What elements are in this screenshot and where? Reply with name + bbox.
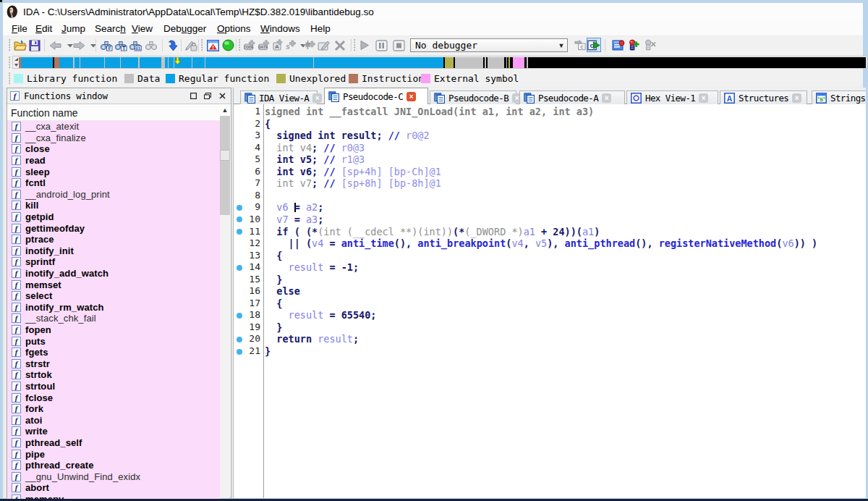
- function-list-item[interactable]: fgetpid: [7, 211, 221, 223]
- run-status-icon[interactable]: [221, 38, 234, 52]
- tab-close-icon[interactable]: ×: [407, 92, 416, 101]
- code-line-14[interactable]: 14 result = -1;: [233, 261, 866, 274]
- code-line-7[interactable]: 7 int v7; // [sp+8h] [bp-8h]@1: [233, 177, 866, 190]
- maximize-icon[interactable]: [187, 90, 199, 102]
- nav-forward-icon[interactable]: [72, 38, 85, 52]
- tab-strings[interactable]: ‘s’Strings: [812, 90, 866, 104]
- tab-close-icon[interactable]: ×: [312, 93, 322, 103]
- make-struct-icon[interactable]: s: [284, 38, 297, 52]
- search-binoculars-binary-icon[interactable]: 01: [129, 38, 142, 52]
- delete-item-icon[interactable]: [333, 38, 346, 52]
- code-line-11[interactable]: 11 if ( (*(int (__cdecl **)(int))(*(_DWO…: [233, 226, 866, 238]
- code-line-17[interactable]: 17 {: [233, 298, 866, 310]
- scrollbar-thumb[interactable]: [220, 150, 230, 161]
- dropdown-arrow-icon[interactable]: [87, 38, 100, 52]
- close-icon[interactable]: [216, 90, 228, 102]
- open-file-icon[interactable]: [14, 38, 27, 52]
- function-list-item[interactable]: fclose: [7, 143, 221, 155]
- save-icon[interactable]: [28, 38, 41, 52]
- menu-search[interactable]: Search: [95, 23, 126, 34]
- code-line-18[interactable]: 18 result = 65540;: [233, 309, 866, 321]
- function-list-item[interactable]: ffclose: [7, 392, 221, 403]
- code-line-8[interactable]: 8: [233, 190, 866, 202]
- tab-pseudocode-a[interactable]: Pseudocode-A×: [519, 90, 625, 104]
- tab-pseudocode-c[interactable]: Pseudocode-C×: [324, 88, 428, 104]
- code-line-3[interactable]: 3 signed int result; // r0@2: [233, 130, 866, 142]
- function-list-item[interactable]: fmemset: [7, 279, 221, 290]
- function-list-item[interactable]: fgettimeofday: [7, 222, 221, 234]
- debugger-windows-icon[interactable]: [612, 38, 625, 52]
- delete-breakpoint-icon[interactable]: [644, 38, 657, 52]
- code-line-15[interactable]: 15 }: [233, 274, 866, 286]
- debugger-select[interactable]: No debugger ▼: [410, 38, 568, 52]
- function-list-item[interactable]: f__stack_chk_fail: [7, 313, 221, 324]
- debugger-pause-icon[interactable]: [375, 38, 388, 52]
- function-list-item[interactable]: f__cxa_atexit: [7, 121, 221, 132]
- function-list-item[interactable]: fputs: [7, 335, 221, 347]
- search-binoculars-hash-icon[interactable]: #: [100, 38, 113, 52]
- code-line-2[interactable]: 2{: [233, 118, 866, 130]
- function-list-item[interactable]: fptrace: [7, 234, 221, 245]
- code-line-21[interactable]: 21}: [233, 345, 866, 358]
- function-list-item[interactable]: finotify_init: [7, 245, 221, 257]
- function-list-item[interactable]: finotify_add_watch: [7, 268, 221, 279]
- function-list-scrollbar[interactable]: ▲: [220, 105, 230, 498]
- function-list-item[interactable]: fwrite: [7, 426, 221, 437]
- navband-zoom-in-icon[interactable]: [14, 58, 18, 61]
- combo-dropdown-icon[interactable]: ▼: [556, 42, 567, 49]
- function-list-item[interactable]: fstrstr: [7, 358, 221, 370]
- menu-options[interactable]: Options: [217, 23, 251, 34]
- functions-window-titlebar[interactable]: f Functions window: [7, 88, 231, 104]
- menu-debugger[interactable]: Debugger: [163, 23, 206, 34]
- function-list-item[interactable]: fselect: [7, 290, 221, 302]
- menu-file[interactable]: File: [12, 23, 27, 34]
- signature-lock-icon[interactable]: [184, 38, 197, 52]
- code-line-9[interactable]: 9 v6 = a2;: [233, 201, 866, 214]
- function-list-item[interactable]: fpthread_self: [7, 437, 221, 449]
- function-list-item[interactable]: ffork: [7, 403, 221, 415]
- function-list-item[interactable]: fread: [7, 155, 221, 167]
- tab-pseudocode-b[interactable]: Pseudocode-B×: [430, 90, 516, 104]
- pseudocode-view[interactable]: 1signed int __fastcall JNI_OnLoad(int a1…: [233, 104, 866, 498]
- toolbar-grip[interactable]: [354, 39, 356, 51]
- function-list-item[interactable]: fpthread_create: [7, 460, 221, 471]
- jump-address-icon[interactable]: [166, 38, 179, 52]
- function-list-item[interactable]: fpipe: [7, 448, 221, 460]
- debugger-start-icon[interactable]: [358, 38, 371, 52]
- tab-ida-view-a[interactable]: IDA View-A×: [240, 90, 318, 104]
- toolbar-grip[interactable]: [9, 39, 11, 51]
- function-list-item[interactable]: ffopen: [7, 324, 221, 336]
- function-list-item[interactable]: finotify_rm_watch: [7, 302, 221, 313]
- debugger-stop-icon[interactable]: [392, 38, 405, 52]
- function-list-item[interactable]: fsprintf: [7, 256, 221, 268]
- toolbar-grip[interactable]: [201, 39, 203, 51]
- add-breakpoint-icon[interactable]: [628, 38, 641, 52]
- edit-comment-icon[interactable]: [318, 38, 331, 52]
- code-line-4[interactable]: 4 int v4; // r0@3: [233, 142, 866, 154]
- function-list-item[interactable]: f__gnu_Unwind_Find_exidx: [7, 471, 221, 483]
- make-code-icon[interactable]: CODE: [244, 38, 257, 52]
- function-name-column-header[interactable]: Function name: [7, 104, 221, 121]
- nav-back-icon[interactable]: [49, 38, 62, 52]
- function-list-item[interactable]: fsleep: [7, 166, 221, 177]
- problems-window-icon[interactable]: [206, 38, 219, 52]
- tab-structures[interactable]: AStructures×: [720, 90, 807, 104]
- menu-jump[interactable]: Jump: [61, 23, 85, 34]
- menu-windows[interactable]: Windows: [260, 23, 300, 34]
- code-line-6[interactable]: 6 int v6; // [sp+4h] [bp-Ch]@1: [233, 166, 866, 178]
- function-list-item[interactable]: ffcntl: [7, 177, 221, 189]
- code-line-5[interactable]: 5 int v5; // r1@3: [233, 153, 866, 166]
- code-line-13[interactable]: 13 {: [233, 250, 866, 262]
- toolbar-grip[interactable]: [239, 39, 241, 51]
- tab-close-icon[interactable]: ×: [792, 93, 801, 103]
- attach-process-icon[interactable]: c: [574, 38, 587, 52]
- navigator-band[interactable]: [19, 57, 866, 68]
- make-data-icon[interactable]: DATA: [258, 38, 271, 52]
- function-list-item[interactable]: fstrtoul: [7, 381, 221, 392]
- function-list-item[interactable]: fatoi: [7, 415, 221, 426]
- tab-hex-view-1[interactable]: Hex View-1×: [626, 90, 718, 104]
- code-line-20[interactable]: 20 return result;: [233, 333, 866, 345]
- tab-close-icon[interactable]: ×: [602, 93, 611, 103]
- restore-float-icon[interactable]: [202, 90, 213, 102]
- search-binoculars-text-icon[interactable]: T: [114, 38, 127, 52]
